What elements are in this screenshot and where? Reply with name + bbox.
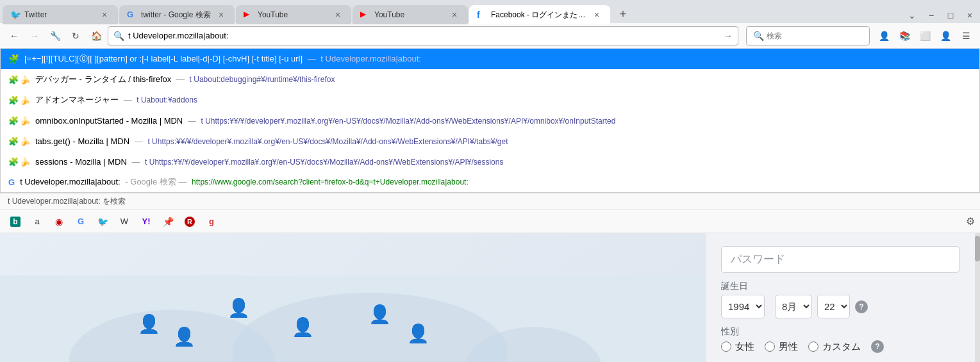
banana-icon-2: 🍌	[20, 95, 30, 105]
search-input[interactable]	[767, 31, 863, 40]
item-6-dash: - Google 検索 —	[125, 177, 187, 186]
autocomplete-item-2[interactable]: 🧩 🍌 アドオンマネージャー — t Uabout:¥addons	[1, 90, 979, 110]
bookmark-circle[interactable]: ◉	[49, 214, 69, 229]
amazon-icon: a	[32, 217, 42, 227]
birthday-help-icon[interactable]: ?	[855, 300, 868, 313]
tab-google-close[interactable]: ×	[215, 9, 227, 21]
item-3-title: omnibox.onInputStarted - Mozilla | MDN	[35, 116, 183, 126]
bookmarks-settings-icon[interactable]: ⚙	[966, 215, 975, 227]
home-button[interactable]: 🏠	[87, 27, 105, 45]
autocomplete-item-0[interactable]: 🧩 [=+−][!][TULC][⓪][ ][pattern] or :[-l …	[1, 49, 979, 69]
tab-facebook[interactable]: f Facebook - ログインまたは登録 ×	[469, 5, 610, 24]
forward-button[interactable]: →	[26, 27, 44, 45]
maximize-button[interactable]: □	[943, 8, 958, 23]
reload-button[interactable]: ↻	[67, 27, 85, 45]
autocomplete-item-1[interactable]: 🧩 🍌 デバッガー - ランタイム / this-firefox — t Uab…	[1, 69, 979, 90]
twitter-bookmark-icon: 🐦	[97, 217, 108, 227]
person-icon-6: 👤	[407, 323, 429, 344]
bookmark-amazon[interactable]: a	[27, 214, 47, 229]
item-3-url: t Uhttps:¥¥/¥/developer¥.mozilla¥.org¥/e…	[201, 117, 616, 126]
birthday-day-select[interactable]: 22	[817, 295, 850, 318]
tab-twitter[interactable]: 🐦 Twitter ×	[3, 5, 118, 24]
search-hint-bar: t Udeveloper.mozilla|about: を検索	[0, 193, 980, 210]
back-button[interactable]: ←	[5, 27, 23, 45]
tab-youtube2[interactable]: ▶ YouTube ×	[353, 5, 468, 24]
bookmark-pin[interactable]: 📌	[158, 214, 178, 229]
autocomplete-item-5[interactable]: 🧩 🍌 sessions - Mozilla | MDN — t Uhttps:…	[1, 151, 979, 172]
search-area[interactable]: 🔍	[746, 26, 870, 45]
circle-icon: ◉	[54, 217, 64, 227]
item-6-title: t Udeveloper.mozilla|about:	[20, 177, 120, 186]
item-0-icons: 🧩	[8, 54, 19, 64]
puzzle-icon-1: 🧩	[8, 75, 19, 85]
menu-button[interactable]: ☰	[957, 27, 975, 45]
bookmark-rakuten[interactable]: R	[179, 214, 200, 229]
bookmark-yahoo[interactable]: Y!	[136, 214, 156, 229]
birthday-label: 誕生日	[721, 281, 959, 292]
navigation-bar: ← → 🔧 ↻ 🏠 🔍 → 🔍 👤 📚 ⬜ 👤 ☰	[0, 23, 980, 49]
item-6-text: t Udeveloper.mozilla|about: - Google 検索 …	[20, 176, 972, 188]
gender-male-label: 男性	[779, 341, 798, 353]
item-5-text: sessions - Mozilla | MDN — t Uhttps:¥¥/¥…	[35, 157, 972, 167]
gender-female-radio[interactable]	[721, 341, 731, 352]
tab-list-button[interactable]: ⌄	[904, 8, 920, 23]
banana-icon-1: 🍌	[20, 75, 30, 85]
gender-female[interactable]: 女性	[721, 341, 754, 353]
item-4-dash: —	[135, 136, 143, 146]
item-0-title: [=+−][!][TULC][⓪][ ][pattern] or :[-l la…	[24, 54, 303, 63]
tab-facebook-close[interactable]: ×	[591, 9, 602, 21]
tab-bar: 🐦 Twitter × G twitter - Google 検索 × ▶ Yo…	[0, 0, 980, 23]
tab-google[interactable]: G twitter - Google 検索 ×	[119, 5, 235, 24]
bookmarks-bar: b a ◉ G 🐦 W Y! 📌 R g ⚙	[0, 210, 980, 233]
go-button[interactable]: →	[724, 31, 733, 41]
tools-button[interactable]: 🔧	[46, 27, 64, 45]
account-icon[interactable]: 👤	[936, 27, 954, 45]
map-svg	[0, 233, 706, 362]
item-4-title: tabs.get() - Mozilla | MDN	[35, 136, 129, 146]
new-tab-button[interactable]: +	[614, 5, 632, 23]
gender-help-icon[interactable]: ?	[871, 340, 884, 353]
tab-youtube2-close[interactable]: ×	[449, 9, 460, 21]
tab-twitter-title: Twitter	[24, 10, 95, 19]
scrollbar[interactable]	[975, 233, 980, 362]
tab-youtube1-close[interactable]: ×	[332, 9, 344, 21]
gender-male-radio[interactable]	[765, 341, 775, 352]
item-3-text: omnibox.onInputStarted - Mozilla | MDN —…	[35, 116, 972, 126]
bookmarks-icon[interactable]: 📚	[895, 27, 913, 45]
svg-point-2	[233, 293, 508, 362]
map-area: 👤 👤 👤 👤 👤 👤	[0, 233, 706, 362]
item-2-icons: 🧩 🍌	[8, 95, 30, 105]
address-input[interactable]	[128, 31, 720, 40]
item-0-dash: —	[308, 54, 316, 63]
address-bar[interactable]: 🔍 →	[108, 26, 738, 45]
item-2-title: アドオンマネージャー	[35, 95, 119, 104]
tabs-icon[interactable]: ⬜	[916, 27, 934, 45]
gender-custom[interactable]: カスタム	[808, 341, 861, 353]
profile-icon[interactable]: 👤	[875, 27, 893, 45]
gender-label: 性別	[721, 326, 959, 338]
tab-youtube2-title: YouTube	[374, 10, 445, 19]
google-icon: G	[8, 177, 15, 187]
minimize-button[interactable]: −	[924, 8, 939, 23]
twitter-tab-icon: 🐦	[10, 10, 21, 20]
bookmark-wikipedia[interactable]: W	[114, 214, 135, 229]
page-content: 👤 👤 👤 👤 👤 👤 誕生日 1994 8月 22 ?	[0, 233, 980, 362]
bookmark-bing[interactable]: b	[5, 214, 26, 229]
tab-twitter-close[interactable]: ×	[99, 9, 110, 21]
birthday-month-select[interactable]: 8月	[775, 295, 812, 318]
autocomplete-item-6[interactable]: G t Udeveloper.mozilla|about: - Google 検…	[1, 172, 979, 192]
bing-icon: b	[10, 217, 21, 227]
bookmark-twitter[interactable]: 🐦	[92, 214, 113, 229]
birthday-year-select[interactable]: 1994	[721, 295, 765, 318]
close-window-button[interactable]: ×	[962, 8, 977, 23]
autocomplete-item-3[interactable]: 🧩 🍌 omnibox.onInputStarted - Mozilla | M…	[1, 110, 979, 131]
bookmark-g[interactable]: g	[201, 214, 222, 229]
gender-custom-radio[interactable]	[808, 341, 818, 352]
item-4-text: tabs.get() - Mozilla | MDN — t Uhttps:¥¥…	[35, 136, 972, 146]
gender-male[interactable]: 男性	[765, 341, 798, 353]
autocomplete-item-4[interactable]: 🧩 🍌 tabs.get() - Mozilla | MDN — t Uhttp…	[1, 131, 979, 151]
tab-youtube1[interactable]: ▶ YouTube ×	[236, 5, 351, 24]
password-input[interactable]	[721, 246, 959, 273]
tab-youtube1-title: YouTube	[258, 10, 328, 19]
bookmark-google[interactable]: G	[71, 214, 91, 229]
